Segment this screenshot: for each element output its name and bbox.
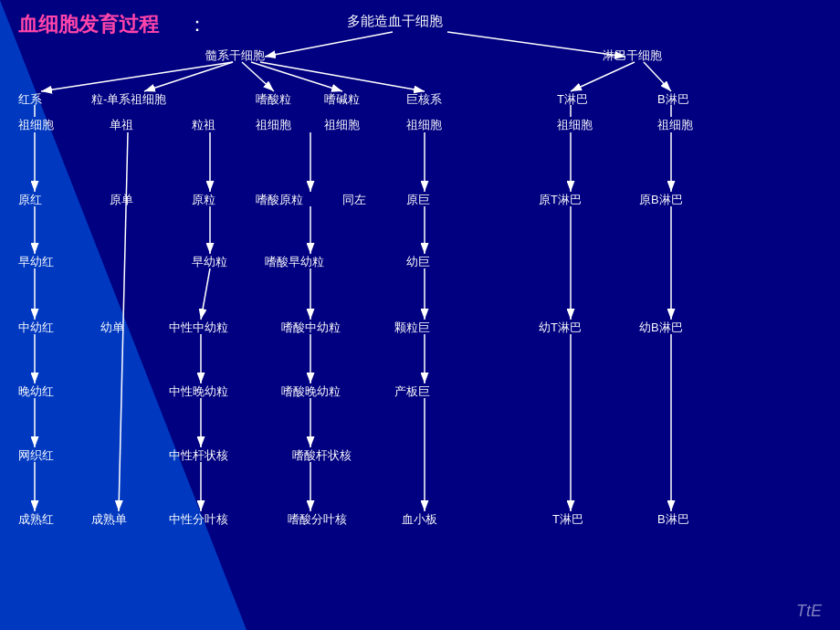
svg-line-8 xyxy=(260,62,425,91)
early-eosin: 嗜酸早幼粒 xyxy=(265,254,324,270)
svg-line-10 xyxy=(644,62,671,91)
late-neut-gran: 中性晚幼粒 xyxy=(169,383,228,400)
late-eosin-gran: 嗜酸晚幼粒 xyxy=(281,383,341,400)
gran-mega: 颗粒巨 xyxy=(394,320,430,336)
title-colon: ： xyxy=(187,11,207,38)
band-neut: 中性杆状核 xyxy=(169,447,228,464)
marrow-stem: 髓系干细胞 xyxy=(205,47,265,64)
early-gran: 早幼粒 xyxy=(192,254,227,270)
band-eosin: 嗜酸杆状核 xyxy=(292,447,352,464)
progenitor-b: 祖细胞 xyxy=(657,117,693,133)
platelet-mega: 产板巨 xyxy=(394,383,430,400)
progenitor-mega: 祖细胞 xyxy=(406,117,442,133)
proto-mono: 原单 xyxy=(110,192,133,208)
young-b: 幼B淋巴 xyxy=(639,320,683,336)
t-lymph-label: T淋巴 xyxy=(557,91,588,108)
proto-t: 原T淋巴 xyxy=(539,192,582,208)
platelet: 血小板 xyxy=(402,511,437,528)
b-lymph-label: B淋巴 xyxy=(657,91,689,108)
late-red: 晚幼红 xyxy=(18,383,54,400)
title: 血细胞发育过程 xyxy=(18,11,159,38)
watermark: TtE xyxy=(796,602,822,621)
young-mono: 幼单 xyxy=(100,320,124,336)
svg-line-3 xyxy=(447,32,625,57)
svg-line-9 xyxy=(571,62,635,91)
seg-neut: 中性分叶核 xyxy=(169,511,228,528)
svg-line-6 xyxy=(242,62,274,91)
seg-eosin: 嗜酸分叶核 xyxy=(288,511,347,528)
baso-gran: 嗜碱粒 xyxy=(324,91,360,108)
lymph-stem: 淋巴干细胞 xyxy=(603,47,662,64)
svg-line-4 xyxy=(41,62,233,91)
t-cell: T淋巴 xyxy=(552,511,583,528)
mid-eosin-gran: 嗜酸中幼粒 xyxy=(281,320,341,336)
progenitor-baso: 祖细胞 xyxy=(324,117,360,133)
young-mega: 幼巨 xyxy=(406,254,430,270)
svg-line-7 xyxy=(251,62,342,91)
proto-b: 原B淋巴 xyxy=(639,192,683,208)
same-left: 同左 xyxy=(342,192,366,208)
svg-line-5 xyxy=(144,62,233,91)
early-red: 早幼红 xyxy=(18,254,54,270)
proto-eosin: 嗜酸原粒 xyxy=(256,192,303,208)
progenitor-t: 祖细胞 xyxy=(557,117,593,133)
red-series: 红系 xyxy=(18,91,42,108)
eosin-gran: 嗜酸粒 xyxy=(256,91,291,108)
svg-line-20 xyxy=(201,268,210,320)
progenitor-eosin: 祖细胞 xyxy=(256,117,291,133)
mature-mono: 成熟单 xyxy=(91,511,127,528)
proto-mega: 原巨 xyxy=(406,192,430,208)
mega-series: 巨核系 xyxy=(406,91,442,108)
progenitor-gran: 粒祖 xyxy=(192,117,215,133)
proto-red: 原红 xyxy=(18,192,42,208)
retic-red: 网织红 xyxy=(18,447,54,464)
gran-mono: 粒-单系祖细胞 xyxy=(91,91,166,108)
mature-red: 成熟红 xyxy=(18,511,54,528)
svg-line-2 xyxy=(265,32,393,57)
progenitor-red: 祖细胞 xyxy=(18,117,54,133)
mid-neut-gran: 中性中幼粒 xyxy=(169,320,228,336)
progenitor-mono: 单祖 xyxy=(110,117,133,133)
multipotent-label: 多能造血干细胞 xyxy=(347,13,443,30)
mid-red: 中幼红 xyxy=(18,320,54,336)
b-cell: B淋巴 xyxy=(657,511,689,528)
proto-gran: 原粒 xyxy=(192,192,215,208)
young-t: 幼T淋巴 xyxy=(539,320,582,336)
